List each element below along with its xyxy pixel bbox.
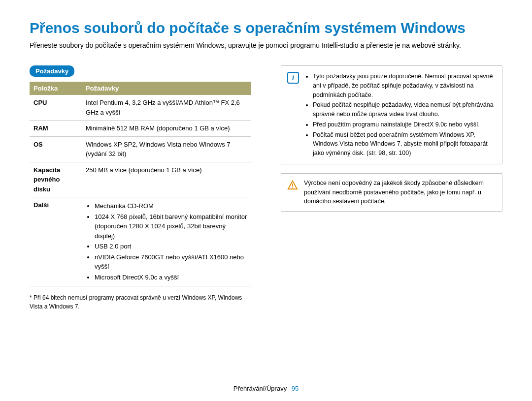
warning-note-box: Výrobce není odpovědný za jakékoli škody… — [281, 173, 502, 212]
svg-point-1 — [292, 187, 293, 188]
note-item: Počítač musí běžet pod operačním systéme… — [313, 130, 496, 158]
table-row: OS Windows XP SP2, Windows Vista nebo Wi… — [30, 136, 251, 162]
table-row: Kapacita pevného disku 250 MB a více (do… — [30, 162, 251, 197]
row-label: Další — [30, 197, 82, 286]
intro-paragraph: Přeneste soubory do počítače s operačním… — [30, 40, 502, 51]
table-row: Další Mechanika CD-ROM 1024 X 768 pixelů… — [30, 197, 251, 286]
right-column: i Tyto požadavky jsou pouze doporučené. … — [281, 65, 502, 311]
note-icon: i — [287, 72, 299, 84]
warning-text: Výrobce není odpovědný za jakékoli škody… — [304, 179, 496, 206]
note-item: Tyto požadavky jsou pouze doporučené. Ne… — [313, 72, 496, 99]
row-value: Windows XP SP2, Windows Vista nebo Windo… — [82, 136, 251, 162]
row-label: OS — [30, 136, 82, 162]
footnote: * Při 64 bitech nemusí programy pracovat… — [30, 293, 251, 311]
row-label: Kapacita pevného disku — [30, 162, 82, 197]
requirements-table: Položka Požadavky CPU Intel Pentium 4, 3… — [30, 82, 251, 286]
row-label: CPU — [30, 95, 82, 121]
info-note-box: i Tyto požadavky jsou pouze doporučené. … — [281, 65, 502, 164]
table-row: RAM Minimálně 512 MB RAM (doporučeno 1 G… — [30, 121, 251, 137]
row-value: Minimálně 512 MB RAM (doporučeno 1 GB a … — [82, 121, 251, 137]
note-item: Před použitím programu nainstalujte Dire… — [313, 120, 496, 129]
note-item: Pokud počítač nesplňuje požadavky, videa… — [313, 100, 496, 119]
list-item: Mechanika CD-ROM — [95, 201, 247, 211]
list-item: Microsoft DirectX 9.0c a vyšší — [95, 273, 247, 282]
page-title: Přenos souborů do počítače s operačním s… — [30, 20, 502, 36]
th-req: Požadavky — [82, 82, 251, 95]
requirements-tag: Požadavky — [30, 65, 74, 77]
page-footer: Přehrávání/Úpravy 95 — [0, 385, 532, 392]
footer-section: Přehrávání/Úpravy — [233, 385, 287, 392]
row-label: RAM — [30, 121, 82, 137]
left-column: Požadavky Položka Požadavky CPU Intel Pe… — [30, 65, 251, 311]
list-item: USB 2.0 port — [95, 242, 247, 251]
table-row: CPU Intel Pentium 4, 3,2 GHz a vyšší/AMD… — [30, 95, 251, 121]
row-value: 250 MB a více (doporučeno 1 GB a více) — [82, 162, 251, 197]
th-item: Položka — [30, 82, 82, 95]
row-value: Intel Pentium 4, 3,2 GHz a vyšší/AMD Ath… — [82, 95, 251, 121]
list-item: nVIDIA Geforce 7600GT nebo vyšší/ATI X16… — [95, 252, 247, 272]
row-value: Mechanika CD-ROM 1024 X 768 pixelů, 16bi… — [82, 197, 251, 286]
list-item: 1024 X 768 pixelů, 16bit barevný kompati… — [95, 212, 247, 241]
footer-page-number: 95 — [292, 385, 299, 392]
warning-icon — [287, 179, 298, 206]
